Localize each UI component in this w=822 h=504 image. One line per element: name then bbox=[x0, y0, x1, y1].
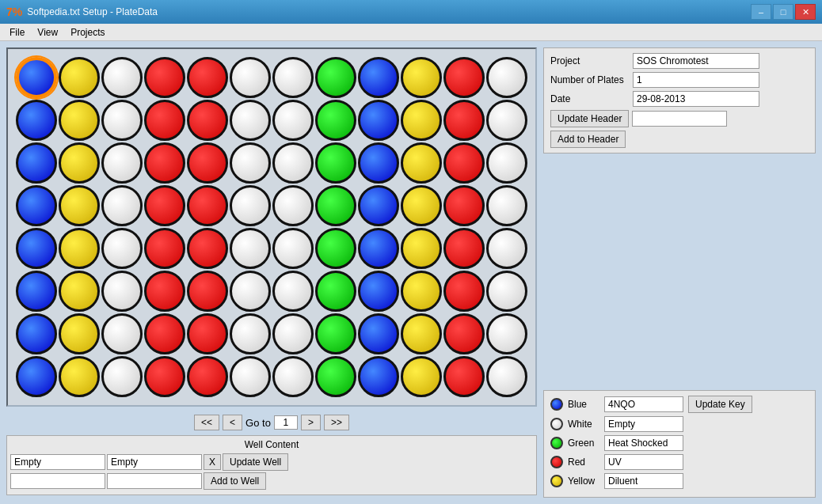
add-to-header-button[interactable]: Add to Header bbox=[550, 131, 626, 148]
well-7-0[interactable] bbox=[16, 356, 57, 397]
well-add-input-2[interactable] bbox=[107, 473, 202, 489]
well-3-3[interactable] bbox=[144, 185, 185, 226]
well-3-5[interactable] bbox=[230, 185, 271, 226]
last-page-button[interactable]: >> bbox=[324, 415, 349, 430]
well-5-10[interactable] bbox=[443, 271, 485, 312]
well-3-2[interactable] bbox=[101, 185, 143, 226]
well-3-8[interactable] bbox=[358, 185, 399, 226]
well-3-7[interactable] bbox=[315, 185, 356, 226]
menu-projects[interactable]: Projects bbox=[64, 25, 111, 40]
well-7-9[interactable] bbox=[401, 356, 442, 397]
well-0-10[interactable] bbox=[443, 57, 485, 98]
well-5-0[interactable] bbox=[16, 271, 57, 312]
well-0-9[interactable] bbox=[401, 57, 442, 98]
well-0-11[interactable] bbox=[486, 57, 527, 98]
well-3-11[interactable] bbox=[486, 185, 527, 226]
well-3-1[interactable] bbox=[59, 185, 100, 226]
date-input[interactable] bbox=[633, 91, 759, 107]
well-6-1[interactable] bbox=[59, 313, 100, 354]
well-5-9[interactable] bbox=[401, 271, 442, 312]
update-well-button[interactable]: Update Well bbox=[223, 453, 288, 471]
well-4-10[interactable] bbox=[443, 228, 485, 269]
restore-button[interactable]: □ bbox=[773, 4, 793, 20]
well-5-3[interactable] bbox=[144, 271, 185, 312]
menu-file[interactable]: File bbox=[3, 25, 31, 40]
well-0-5[interactable] bbox=[230, 57, 271, 98]
page-input[interactable] bbox=[274, 415, 298, 430]
well-1-4[interactable] bbox=[187, 100, 228, 141]
well-2-7[interactable] bbox=[315, 142, 356, 184]
well-2-5[interactable] bbox=[230, 142, 271, 184]
well-0-2[interactable] bbox=[101, 57, 143, 98]
well-5-2[interactable] bbox=[101, 271, 143, 312]
well-field-2[interactable] bbox=[107, 454, 202, 470]
well-7-4[interactable] bbox=[187, 356, 228, 397]
well-0-6[interactable] bbox=[272, 57, 314, 98]
well-2-10[interactable] bbox=[443, 142, 485, 184]
well-2-2[interactable] bbox=[101, 142, 143, 184]
well-7-10[interactable] bbox=[443, 356, 485, 397]
well-7-8[interactable] bbox=[358, 356, 399, 397]
well-4-6[interactable] bbox=[272, 228, 314, 269]
well-2-4[interactable] bbox=[187, 142, 228, 184]
well-0-1[interactable] bbox=[59, 57, 100, 98]
well-1-9[interactable] bbox=[401, 100, 442, 141]
well-6-10[interactable] bbox=[443, 313, 485, 354]
header-value-input[interactable] bbox=[632, 111, 727, 127]
green-key-input[interactable] bbox=[604, 435, 683, 451]
clear-well-button[interactable]: X bbox=[204, 454, 221, 470]
well-add-input-1[interactable] bbox=[10, 473, 105, 489]
well-4-2[interactable] bbox=[101, 228, 143, 269]
minimize-button[interactable]: – bbox=[751, 4, 771, 20]
well-4-5[interactable] bbox=[230, 228, 271, 269]
well-1-7[interactable] bbox=[315, 100, 356, 141]
blue-key-input[interactable] bbox=[604, 396, 683, 412]
well-1-8[interactable] bbox=[358, 100, 399, 141]
well-0-4[interactable] bbox=[187, 57, 228, 98]
well-1-6[interactable] bbox=[272, 100, 314, 141]
well-0-7[interactable] bbox=[315, 57, 356, 98]
well-5-1[interactable] bbox=[59, 271, 100, 312]
well-4-3[interactable] bbox=[144, 228, 185, 269]
well-4-1[interactable] bbox=[59, 228, 100, 269]
well-7-2[interactable] bbox=[101, 356, 143, 397]
well-0-8[interactable] bbox=[358, 57, 399, 98]
well-2-9[interactable] bbox=[401, 142, 442, 184]
well-6-2[interactable] bbox=[101, 313, 143, 354]
well-6-11[interactable] bbox=[486, 313, 527, 354]
well-1-3[interactable] bbox=[144, 100, 185, 141]
red-key-input[interactable] bbox=[604, 454, 683, 470]
menu-view[interactable]: View bbox=[31, 25, 64, 40]
well-1-2[interactable] bbox=[101, 100, 143, 141]
well-1-10[interactable] bbox=[443, 100, 485, 141]
well-7-5[interactable] bbox=[230, 356, 271, 397]
well-7-3[interactable] bbox=[144, 356, 185, 397]
well-5-11[interactable] bbox=[486, 271, 527, 312]
well-2-8[interactable] bbox=[358, 142, 399, 184]
close-button[interactable]: ✕ bbox=[795, 4, 816, 20]
well-4-8[interactable] bbox=[358, 228, 399, 269]
well-4-11[interactable] bbox=[486, 228, 527, 269]
well-6-9[interactable] bbox=[401, 313, 442, 354]
well-7-1[interactable] bbox=[59, 356, 100, 397]
well-5-7[interactable] bbox=[315, 271, 356, 312]
well-3-0[interactable] bbox=[16, 185, 57, 226]
update-key-button[interactable]: Update Key bbox=[688, 396, 752, 413]
well-5-6[interactable] bbox=[272, 271, 314, 312]
well-1-1[interactable] bbox=[59, 100, 100, 141]
well-7-7[interactable] bbox=[315, 356, 356, 397]
well-6-3[interactable] bbox=[144, 313, 185, 354]
next-page-button[interactable]: > bbox=[301, 415, 321, 430]
prev-page-button[interactable]: < bbox=[223, 415, 242, 430]
well-6-8[interactable] bbox=[358, 313, 399, 354]
well-6-4[interactable] bbox=[187, 313, 228, 354]
well-1-5[interactable] bbox=[230, 100, 271, 141]
plates-input[interactable] bbox=[633, 72, 759, 88]
well-4-7[interactable] bbox=[315, 228, 356, 269]
well-2-0[interactable] bbox=[16, 142, 57, 184]
yellow-key-input[interactable] bbox=[604, 473, 683, 489]
well-2-1[interactable] bbox=[59, 142, 100, 184]
well-6-6[interactable] bbox=[272, 313, 314, 354]
well-4-9[interactable] bbox=[401, 228, 442, 269]
well-2-6[interactable] bbox=[272, 142, 314, 184]
